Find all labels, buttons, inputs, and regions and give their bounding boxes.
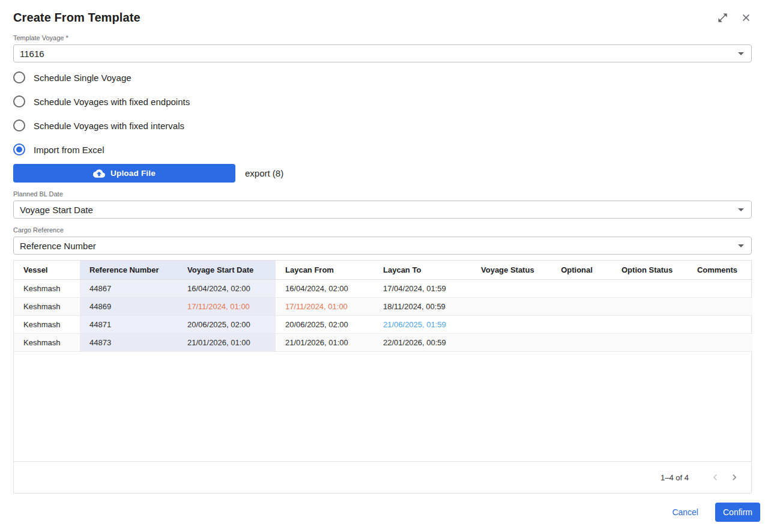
column-header-vessel: Vessel <box>14 261 80 279</box>
column-header-optional: Optional <box>542 261 612 279</box>
table-header-row: Vessel Reference Number Voyage Start Dat… <box>14 261 752 279</box>
cell-voyage-start-date: 16/04/2024, 02:00 <box>178 279 276 297</box>
cell-voyage-status <box>471 279 542 297</box>
cell-laycan-to: 21/06/2025, 01:59 <box>373 315 471 333</box>
chevron-right-icon <box>728 471 740 483</box>
pagination-range: 1–4 of 4 <box>661 473 689 482</box>
dialog-content: Create From Template Template Voyage * 1… <box>0 0 765 494</box>
radio-import-from-excel[interactable]: Import from Excel <box>13 138 752 162</box>
radio-unselected-icon <box>13 71 25 83</box>
voyages-table: Vessel Reference Number Voyage Start Dat… <box>13 260 752 494</box>
cell-laycan-from: 17/11/2024, 01:00 <box>276 297 373 315</box>
voyages-grid: Vessel Reference Number Voyage Start Dat… <box>14 261 752 352</box>
next-page-button[interactable] <box>725 468 744 487</box>
cell-voyage-status <box>471 297 542 315</box>
expand-dialog-button[interactable] <box>717 12 728 23</box>
cargo-reference-value: Reference Number <box>20 241 96 251</box>
cell-reference-number: 44871 <box>80 315 178 333</box>
cell-comments <box>682 315 752 333</box>
column-header-voyage-start-date: Voyage Start Date <box>178 261 276 279</box>
planned-bl-date-value: Voyage Start Date <box>20 205 93 215</box>
cell-optional <box>542 333 612 351</box>
upload-row: Upload File export (8) <box>13 164 752 183</box>
close-icon <box>740 12 752 23</box>
radio-label: Schedule Voyages with fixed intervals <box>34 121 184 131</box>
cloud-upload-icon <box>93 168 105 180</box>
upload-file-label: Upload File <box>110 169 156 178</box>
cell-laycan-from: 20/06/2025, 02:00 <box>276 315 373 333</box>
table-row[interactable]: Keshmash 44873 21/01/2026, 01:00 21/01/2… <box>14 333 752 351</box>
column-header-comments: Comments <box>682 261 752 279</box>
radio-unselected-icon <box>13 95 25 107</box>
chevron-down-icon <box>738 208 744 211</box>
uploaded-file-name: export (8) <box>245 168 283 178</box>
cell-vessel: Keshmash <box>14 279 80 297</box>
cell-voyage-start-date: 20/06/2025, 02:00 <box>178 315 276 333</box>
cell-voyage-status <box>471 315 542 333</box>
planned-bl-date-label: Planned BL Date <box>13 190 752 198</box>
cell-laycan-to: 17/04/2024, 01:59 <box>373 279 471 297</box>
table-row[interactable]: Keshmash 44867 16/04/2024, 02:00 16/04/2… <box>14 279 752 297</box>
radio-selected-icon <box>13 144 25 156</box>
chevron-down-icon <box>738 244 744 247</box>
confirm-button[interactable]: Confirm <box>715 503 760 522</box>
cell-comments <box>682 279 752 297</box>
close-dialog-button[interactable] <box>740 12 752 23</box>
cell-option-status <box>612 297 682 315</box>
cell-vessel: Keshmash <box>14 315 80 333</box>
template-voyage-label: Template Voyage * <box>13 34 752 42</box>
cell-laycan-from: 21/01/2026, 01:00 <box>276 333 373 351</box>
cell-voyage-start-date: 17/11/2024, 01:00 <box>178 297 276 315</box>
template-voyage-select[interactable]: 11616 <box>13 44 752 62</box>
dialog-title: Create From Template <box>13 11 141 25</box>
cell-reference-number: 44873 <box>80 333 178 351</box>
cargo-reference-label: Cargo Reference <box>13 226 752 234</box>
radio-schedule-single-voyage[interactable]: Schedule Single Voyage <box>13 65 752 89</box>
column-header-option-status: Option Status <box>612 261 682 279</box>
cell-laycan-to: 22/01/2026, 00:59 <box>373 333 471 351</box>
cell-vessel: Keshmash <box>14 297 80 315</box>
cancel-button[interactable]: Cancel <box>664 504 707 521</box>
cell-voyage-status <box>471 333 542 351</box>
cell-laycan-from: 16/04/2024, 02:00 <box>276 279 373 297</box>
previous-page-button[interactable] <box>706 468 725 487</box>
column-header-voyage-status: Voyage Status <box>471 261 542 279</box>
radio-schedule-voyages-fixed-intervals[interactable]: Schedule Voyages with fixed intervals <box>13 113 752 138</box>
dialog-header: Create From Template <box>13 0 752 26</box>
cell-optional <box>542 315 612 333</box>
column-header-laycan-from: Laycan From <box>276 261 373 279</box>
cell-optional <box>542 297 612 315</box>
cell-voyage-start-date: 21/01/2026, 01:00 <box>178 333 276 351</box>
cell-laycan-to: 18/11/2024, 00:59 <box>373 297 471 315</box>
cell-option-status <box>612 315 682 333</box>
cell-vessel: Keshmash <box>14 333 80 351</box>
header-actions <box>717 12 752 23</box>
cargo-reference-select[interactable]: Reference Number <box>13 237 752 255</box>
dialog-actions: Cancel Confirm <box>0 494 765 532</box>
radio-label: Schedule Voyages with fixed endpoints <box>34 97 190 107</box>
cell-option-status <box>612 333 682 351</box>
create-from-template-dialog: Create From Template Template Voyage * 1… <box>0 0 765 532</box>
radio-label: Schedule Single Voyage <box>34 73 132 83</box>
radio-label: Import from Excel <box>34 145 104 155</box>
cell-comments <box>682 297 752 315</box>
planned-bl-date-select[interactable]: Voyage Start Date <box>13 201 752 219</box>
table-row[interactable]: Keshmash 44869 17/11/2024, 01:00 17/11/2… <box>14 297 752 315</box>
cell-optional <box>542 279 612 297</box>
table-pagination: 1–4 of 4 <box>14 461 751 493</box>
table-empty-area <box>14 352 751 462</box>
upload-file-button[interactable]: Upload File <box>13 164 235 183</box>
radio-unselected-icon <box>13 119 25 131</box>
cell-reference-number: 44869 <box>80 297 178 315</box>
column-header-laycan-to: Laycan To <box>373 261 471 279</box>
schedule-mode-radio-group: Schedule Single Voyage Schedule Voyages … <box>13 65 752 162</box>
column-header-reference-number: Reference Number <box>80 261 178 279</box>
chevron-down-icon <box>738 52 744 55</box>
cell-comments <box>682 333 752 351</box>
chevron-left-icon <box>709 471 721 483</box>
radio-schedule-voyages-fixed-endpoints[interactable]: Schedule Voyages with fixed endpoints <box>13 89 752 113</box>
template-voyage-value: 11616 <box>20 49 44 59</box>
table-row[interactable]: Keshmash 44871 20/06/2025, 02:00 20/06/2… <box>14 315 752 333</box>
cell-reference-number: 44867 <box>80 279 178 297</box>
cell-option-status <box>612 279 682 297</box>
